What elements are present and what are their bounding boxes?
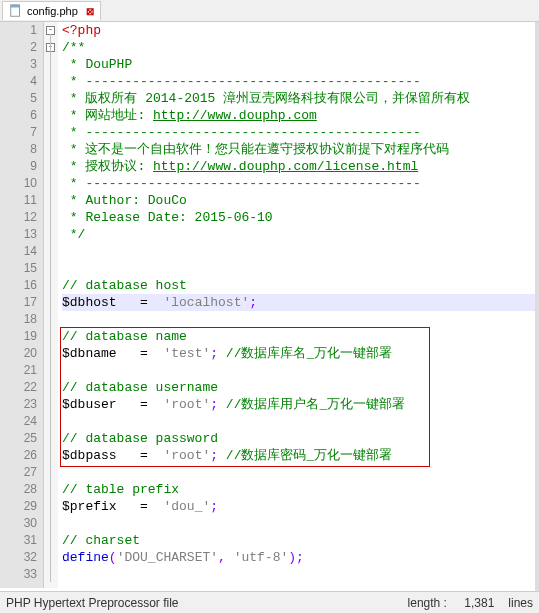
status-bar: PHP Hypertext Preprocessor file length :… bbox=[0, 591, 539, 613]
close-icon[interactable]: ⊠ bbox=[86, 6, 94, 17]
scrollbar[interactable] bbox=[535, 22, 539, 591]
lines-indicator: lines bbox=[508, 596, 533, 610]
file-icon bbox=[9, 4, 23, 18]
file-tab[interactable]: config.php ⊠ bbox=[2, 1, 101, 20]
length-indicator: length : 1,381 bbox=[394, 596, 495, 610]
file-type-label: PHP Hypertext Preprocessor file bbox=[6, 596, 179, 610]
highlight-box bbox=[60, 327, 430, 467]
tab-filename: config.php bbox=[27, 5, 78, 17]
tab-bar: config.php ⊠ bbox=[0, 0, 539, 22]
fold-column: - - bbox=[44, 22, 58, 588]
line-number-gutter: 1234567891011121314151617181920212223242… bbox=[0, 22, 44, 588]
svg-rect-1 bbox=[11, 5, 20, 8]
code-area[interactable]: <?php /** * DouPHP * -------------------… bbox=[58, 22, 539, 588]
editor[interactable]: 1234567891011121314151617181920212223242… bbox=[0, 22, 539, 588]
